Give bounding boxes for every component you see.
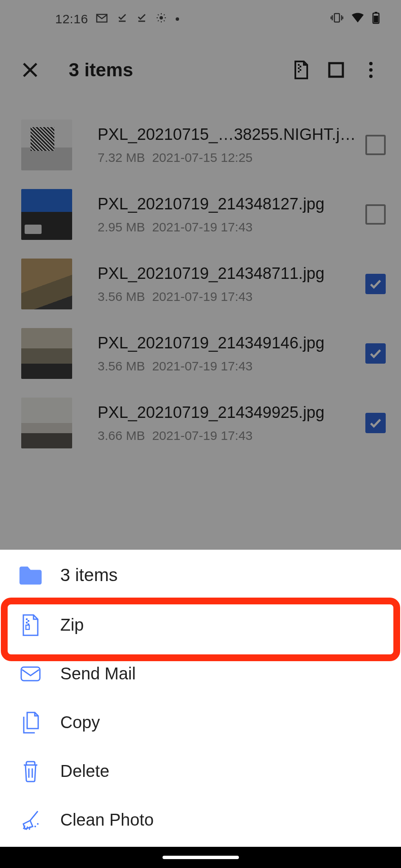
select-all-button[interactable] (321, 55, 351, 85)
file-name: PXL_20210715_…38255.NIGHT.jpg (98, 125, 357, 144)
mail-icon (18, 665, 43, 682)
folder-icon (18, 564, 43, 586)
action-copy[interactable]: Copy (0, 698, 401, 747)
file-checkbox[interactable] (365, 204, 386, 225)
svg-rect-23 (28, 620, 29, 622)
action-label: Send Mail (60, 664, 136, 683)
zip-file-icon (18, 613, 43, 637)
svg-point-30 (34, 826, 36, 827)
file-meta: 2.95 MB 2021-07-19 17:43 (98, 220, 357, 234)
copy-icon (18, 711, 43, 734)
file-name: PXL_20210719_214349925.jpg (98, 403, 357, 422)
svg-rect-17 (298, 71, 300, 72)
archive-button[interactable] (286, 55, 316, 85)
svg-point-0 (160, 16, 163, 19)
file-row[interactable]: PXL_20210719_214349146.jpg 3.56 MB 2021-… (0, 319, 401, 388)
battery-icon (372, 11, 380, 27)
action-label: Zip (60, 615, 84, 634)
gmail-icon (96, 12, 108, 26)
svg-rect-14 (300, 66, 301, 67)
brightness-icon (156, 12, 166, 26)
download-done-icon (137, 12, 147, 26)
file-name: PXL_20210719_214348711.jpg (98, 264, 357, 283)
svg-point-21 (369, 75, 373, 78)
svg-line-8 (164, 14, 165, 15)
file-checkbox[interactable] (365, 135, 386, 155)
trash-icon (18, 760, 43, 783)
sheet-header: 3 items (0, 550, 401, 601)
svg-rect-12 (374, 16, 378, 22)
svg-rect-27 (21, 667, 40, 681)
file-thumbnail (21, 328, 72, 379)
file-name: PXL_20210719_214348127.jpg (98, 195, 357, 213)
action-delete[interactable]: Delete (0, 747, 401, 796)
svg-point-19 (369, 62, 373, 65)
svg-rect-16 (300, 69, 301, 71)
file-row[interactable]: PXL_20210719_214348127.jpg 2.95 MB 2021-… (0, 180, 401, 249)
file-thumbnail (21, 120, 72, 170)
file-checkbox-checked[interactable] (365, 413, 386, 433)
file-thumbnail (21, 259, 72, 309)
selection-count-title: 3 items (69, 59, 284, 81)
file-list: PXL_20210715_…38255.NIGHT.jpg 7.32 MB 20… (0, 102, 401, 458)
svg-rect-15 (298, 67, 300, 69)
close-button[interactable] (15, 55, 45, 85)
wifi-icon (351, 12, 365, 26)
svg-line-6 (164, 20, 165, 21)
file-name: PXL_20210719_214349146.jpg (98, 334, 357, 352)
svg-rect-18 (329, 63, 343, 77)
nav-handle[interactable] (163, 856, 239, 859)
action-label: Delete (60, 762, 109, 781)
action-label: Clean Photo (60, 810, 154, 829)
download-done-icon (117, 12, 127, 26)
vibrate-icon (331, 12, 343, 26)
svg-rect-26 (26, 625, 29, 629)
selection-toolbar: 3 items (0, 38, 401, 102)
system-nav-bar[interactable] (0, 847, 401, 868)
svg-point-20 (369, 68, 373, 72)
svg-rect-9 (334, 14, 339, 22)
svg-rect-13 (298, 64, 300, 66)
file-row[interactable]: PXL_20210719_214348711.jpg 3.56 MB 2021-… (0, 249, 401, 319)
file-row[interactable]: PXL_20210715_…38255.NIGHT.jpg 7.32 MB 20… (0, 110, 401, 180)
file-checkbox-checked[interactable] (365, 343, 386, 364)
file-browser-background: 12:16 (0, 0, 401, 550)
file-meta: 3.56 MB 2021-07-19 17:43 (98, 289, 357, 304)
file-row[interactable]: PXL_20210719_214349925.jpg 3.66 MB 2021-… (0, 388, 401, 458)
svg-point-31 (37, 823, 39, 825)
broom-icon (18, 810, 43, 831)
action-bottom-sheet: 3 items Zip Send Mail Copy Delete Clean … (0, 550, 401, 844)
svg-rect-24 (26, 622, 28, 623)
svg-rect-22 (26, 618, 28, 620)
file-thumbnail (21, 398, 72, 448)
action-zip[interactable]: Zip (0, 601, 401, 649)
dot-indicator-icon (176, 17, 179, 21)
file-meta: 3.66 MB 2021-07-19 17:43 (98, 428, 357, 443)
file-thumbnail (21, 189, 72, 240)
status-time: 12:16 (55, 12, 88, 26)
more-options-button[interactable] (356, 55, 386, 85)
status-bar: 12:16 (0, 0, 401, 38)
svg-line-7 (158, 20, 159, 21)
file-checkbox-checked[interactable] (365, 274, 386, 294)
action-label: Copy (60, 713, 100, 732)
action-clean-photo[interactable]: Clean Photo (0, 796, 401, 844)
svg-rect-11 (375, 12, 377, 13)
sheet-header-label: 3 items (60, 565, 118, 585)
action-send-mail[interactable]: Send Mail (0, 649, 401, 698)
file-meta: 7.32 MB 2021-07-15 12:25 (98, 150, 357, 165)
svg-line-5 (158, 14, 159, 15)
file-meta: 3.56 MB 2021-07-19 17:43 (98, 359, 357, 373)
